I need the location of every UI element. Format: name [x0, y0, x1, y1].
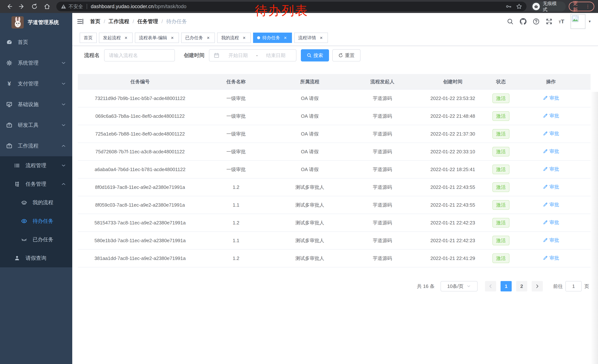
page-size-select[interactable]: 10条/页: [440, 281, 478, 291]
table-row: 73211d9d-7b9b-11ec-b5b7-acde48001122一级审批…: [78, 90, 590, 107]
cell-id: 580e1b3d-7ac8-11ec-a9e2-a2380e71991a: [78, 238, 202, 243]
approve-link[interactable]: 审批: [543, 219, 559, 226]
tab-label: 发起流程: [103, 35, 121, 41]
cell-process: 测试多审批人: [270, 184, 350, 191]
browser-update-button[interactable]: 更新 ⋮: [569, 2, 594, 11]
font-size-icon[interactable]: TT: [559, 19, 565, 24]
cell-id: 069c6a63-7b8a-11ec-8ef0-acde48001122: [78, 113, 202, 119]
page-button-1[interactable]: 1: [500, 281, 512, 291]
breadcrumb-item[interactable]: 任务管理: [137, 18, 158, 25]
approve-link-label: 审批: [549, 219, 559, 226]
cell-name: 1.2: [202, 256, 270, 261]
tab-process-detail[interactable]: 流程详情×: [294, 32, 328, 43]
hamburger-icon[interactable]: [77, 18, 84, 25]
close-icon[interactable]: ×: [170, 35, 175, 40]
cell-id: a6aba0a4-7b6d-11ec-b781-acde48001122: [78, 167, 202, 172]
app-logo-row[interactable]: 芋道管理系统: [0, 13, 72, 32]
approve-link[interactable]: 审批: [543, 166, 559, 172]
start-date-input[interactable]: 开始日期: [221, 52, 256, 59]
approve-link[interactable]: 审批: [543, 202, 559, 208]
tab-home[interactable]: 首页: [80, 32, 97, 43]
scrollbar-track[interactable]: [590, 92, 598, 364]
tab-process-form-edit[interactable]: 流程表单-编辑×: [135, 32, 179, 43]
page-buttons: 12: [500, 281, 532, 291]
sidebar-item-home[interactable]: 首页: [0, 32, 72, 53]
next-page-button[interactable]: [532, 281, 543, 291]
tab-done-task[interactable]: 已办任务×: [181, 32, 215, 43]
process-name-input[interactable]: [104, 49, 175, 61]
end-date-input[interactable]: 结束日期: [258, 52, 293, 59]
close-icon[interactable]: ×: [123, 35, 129, 40]
edit-pen-icon: [543, 95, 548, 101]
cell-created: 2022-01-21 22:43:55: [415, 184, 490, 190]
breadcrumb-item[interactable]: 首页: [90, 18, 100, 25]
search-icon[interactable]: [507, 18, 514, 25]
cell-id: 8f059c03-7ac8-11ec-a9e2-a2380e71991a: [78, 202, 202, 208]
chevron-down-icon: [61, 60, 66, 66]
tab-label: 流程详情: [298, 35, 316, 41]
browser-back-icon[interactable]: [6, 3, 13, 10]
approve-link-label: 审批: [549, 255, 559, 261]
avatar-caret-icon[interactable]: ▼: [588, 20, 591, 24]
security-indicator[interactable]: 不安全: [61, 3, 83, 10]
status-badge: 激活: [492, 182, 509, 192]
cell-starter: 芋道源码: [350, 255, 415, 262]
breadcrumb-item: 待办任务: [166, 18, 187, 25]
prev-page-button[interactable]: [485, 281, 496, 291]
sidebar-item-leave-query[interactable]: 请假查询: [0, 249, 72, 267]
sidebar-item-task-management[interactable]: 任务管理: [0, 175, 72, 193]
sidebar-item-infrastructure[interactable]: 基础设施: [0, 94, 72, 115]
sidebar-menu: 首页系统管理¥支付管理基础设施研发工具工作流程流程管理任务管理我的流程待办任务已…: [0, 32, 72, 267]
sidebar-item-my-process[interactable]: 我的流程: [0, 193, 72, 212]
chevron-down-icon: [61, 163, 66, 168]
edit-pen-icon: [543, 238, 548, 243]
goto-page-input[interactable]: [565, 281, 582, 291]
sidebar-item-dev-tools[interactable]: 研发工具: [0, 115, 72, 136]
close-icon[interactable]: ×: [319, 35, 324, 40]
user-icon: [14, 255, 20, 261]
tab-start-process[interactable]: 发起流程×: [99, 32, 133, 43]
toolbox-icon: [6, 122, 12, 128]
tab-todo-task[interactable]: 待办任务×: [253, 32, 292, 43]
close-icon[interactable]: ×: [206, 35, 211, 40]
github-icon[interactable]: [520, 18, 526, 25]
cell-starter: 芋道源码: [350, 95, 415, 102]
approve-link[interactable]: 审批: [543, 255, 559, 261]
sidebar-item-payment-management[interactable]: ¥支付管理: [0, 73, 72, 94]
sidebar-item-todo-task[interactable]: 待办任务: [0, 212, 72, 230]
browser-home-icon[interactable]: [44, 3, 50, 10]
tab-my-process[interactable]: 我的流程×: [217, 32, 251, 43]
sidebar-item-system-management[interactable]: 系统管理: [0, 53, 72, 73]
gear-icon: [6, 60, 12, 66]
browser-menu-icon[interactable]: ⋮: [586, 4, 590, 9]
breadcrumb-item[interactable]: 工作流程: [108, 18, 129, 25]
sidebar-item-process-management[interactable]: 流程管理: [0, 156, 72, 175]
approve-link[interactable]: 审批: [543, 95, 559, 101]
table-row: 381aa1dd-7ac8-11ec-a9e2-a2380e71991a1.2测…: [78, 250, 590, 267]
approve-link[interactable]: 审批: [543, 148, 559, 155]
approve-link[interactable]: 审批: [543, 237, 559, 243]
search-button[interactable]: 搜索: [301, 49, 329, 61]
approve-link[interactable]: 审批: [543, 130, 559, 137]
bookmark-star-icon[interactable]: [516, 4, 522, 9]
approve-link[interactable]: 审批: [543, 113, 559, 119]
cell-id: 75d72608-7b7f-11ec-a3c8-acde48001122: [78, 149, 202, 155]
date-range-picker[interactable]: 开始日期 - 结束日期: [209, 49, 296, 61]
fullscreen-icon[interactable]: [546, 18, 552, 25]
avatar[interactable]: [571, 14, 585, 29]
reset-button[interactable]: 重置: [332, 49, 360, 61]
tab-label: 待办任务: [262, 35, 280, 41]
close-icon[interactable]: ×: [241, 35, 247, 40]
cell-name: 1.1: [202, 202, 270, 208]
sidebar-item-done-task[interactable]: 已办任务: [0, 230, 72, 249]
sidebar-item-workflow[interactable]: 工作流程: [0, 136, 72, 156]
sidebar-item-label: 我的流程: [33, 199, 53, 206]
browser-forward-icon[interactable]: [18, 3, 25, 10]
approve-link[interactable]: 审批: [543, 184, 559, 190]
browser-reload-icon[interactable]: [31, 3, 38, 10]
password-key-icon[interactable]: [506, 4, 512, 9]
close-icon[interactable]: ×: [283, 35, 288, 40]
help-icon[interactable]: [533, 18, 540, 25]
omnibox-divider: [87, 4, 87, 9]
page-button-2[interactable]: 2: [516, 281, 527, 291]
